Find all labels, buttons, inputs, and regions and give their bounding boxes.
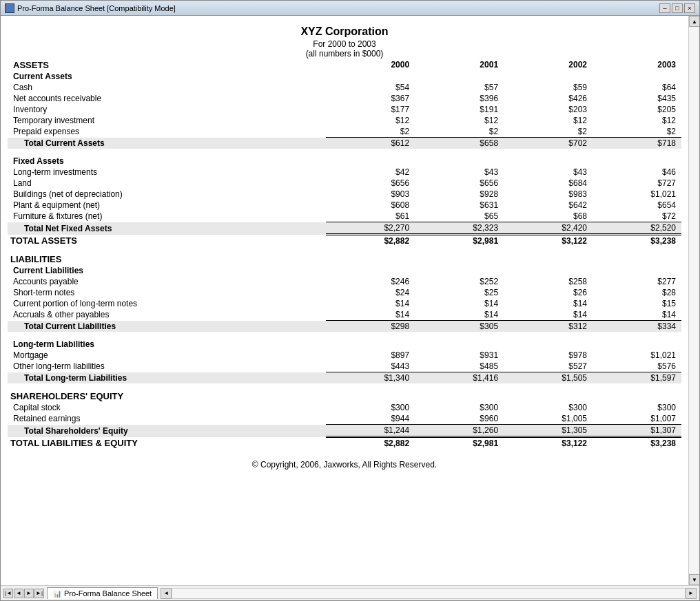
cash-label: Cash xyxy=(8,82,326,93)
total-ltl-label: Total Long-term Liabilities xyxy=(8,372,326,384)
horizontal-scrollbar[interactable] xyxy=(172,588,686,599)
plant-equipment-row: Plant & equipment (net) $608 $631 $642 $… xyxy=(8,200,681,211)
receivable-row: Net accounts receivable $367 $396 $426 $… xyxy=(8,93,681,104)
buildings-label: Buildings (net of depreciation) xyxy=(8,189,326,200)
short-term-notes-label: Short-term notes xyxy=(8,287,326,298)
year-2001-header: 2001 xyxy=(415,59,504,71)
total-cl-label: Total Current Liabilities xyxy=(8,321,326,333)
application-window: Pro-Forma Balance Sheet [Compatibility M… xyxy=(0,0,700,601)
total-le-2001: $2,981 xyxy=(415,437,504,450)
nav-last-button[interactable]: ►| xyxy=(34,589,44,598)
total-current-assets-label: Total Current Assets xyxy=(8,138,326,149)
oltl-2002: $527 xyxy=(504,361,593,372)
temp-investment-row: Temporary investment $12 $12 $12 $12 xyxy=(8,115,681,126)
short-term-notes-row: Short-term notes $24 $25 $26 $28 xyxy=(8,287,681,298)
long-term-investments-label: Long-term investments xyxy=(8,167,326,178)
company-title-row: XYZ Corporation xyxy=(8,23,681,39)
status-bar: |◄ ◄ ► ►| 📊 Pro-Forma Balance Sheet ◄ ► xyxy=(1,585,699,600)
acc-2000: $14 xyxy=(326,309,415,321)
company-title: XYZ Corporation xyxy=(8,23,681,39)
pe-2002: $642 xyxy=(504,200,593,211)
total-ca-2003: $718 xyxy=(593,138,681,149)
cp-2003: $15 xyxy=(593,298,681,309)
spacer-3 xyxy=(8,332,681,339)
spacer-4 xyxy=(8,383,681,390)
nav-prev-button[interactable]: ◄ xyxy=(14,589,23,598)
column-header-row: ASSETS 2000 2001 2002 2003 xyxy=(8,59,681,71)
current-assets-header-row: Current Assets xyxy=(8,71,681,82)
restore-button[interactable]: □ xyxy=(672,3,683,13)
period-row: For 2000 to 2003 xyxy=(8,39,681,49)
acc-2003: $14 xyxy=(593,309,681,321)
receivable-2002: $426 xyxy=(504,93,593,104)
total-assets-2000: $2,882 xyxy=(326,235,415,247)
current-liabilities-header: Current Liabilities xyxy=(8,265,326,276)
inventory-2001: $191 xyxy=(415,104,504,115)
cp-2001: $14 xyxy=(415,298,504,309)
total-fixed-assets-label: Total Net Fixed Assets xyxy=(8,222,326,235)
minimize-button[interactable]: – xyxy=(659,3,670,13)
cash-2002: $59 xyxy=(504,82,593,93)
lti-2000: $42 xyxy=(326,167,415,178)
prepaid-2001: $2 xyxy=(415,126,504,138)
capital-stock-label: Capital stock xyxy=(8,402,326,413)
scroll-track[interactable] xyxy=(689,27,699,574)
total-ca-2000: $612 xyxy=(326,138,415,149)
accruals-label: Accruals & other payables xyxy=(8,309,326,321)
spacer-2 xyxy=(8,246,681,253)
nav-first-button[interactable]: |◄ xyxy=(3,589,13,598)
total-ca-2001: $658 xyxy=(415,138,504,149)
land-2000: $656 xyxy=(326,178,415,189)
total-ltl-2000: $1,340 xyxy=(326,372,415,384)
receivable-label: Net accounts receivable xyxy=(8,93,326,104)
inventory-2000: $177 xyxy=(326,104,415,115)
furniture-label: Furniture & fixtures (net) xyxy=(8,211,326,222)
total-cl-2002: $312 xyxy=(504,321,593,333)
spreadsheet-area: XYZ Corporation For 2000 to 2003 (all nu… xyxy=(1,16,688,585)
long-term-liabilities-header: Long-term Liabilities xyxy=(8,339,326,350)
cash-row: Cash $54 $57 $59 $64 xyxy=(8,82,681,93)
total-eq-2000: $1,244 xyxy=(326,425,415,437)
copyright-text: © Copyright, 2006, Jaxworks, All Rights … xyxy=(8,449,681,481)
temp-investment-2001: $12 xyxy=(415,115,504,126)
buildings-2000: $903 xyxy=(326,189,415,200)
long-term-liabilities-header-row: Long-term Liabilities xyxy=(8,339,681,350)
spacer-1 xyxy=(8,149,681,156)
vertical-scrollbar[interactable]: ▲ ▼ xyxy=(688,16,699,585)
stn-2000: $24 xyxy=(326,287,415,298)
ap-2003: $277 xyxy=(593,276,681,287)
lti-2002: $43 xyxy=(504,167,593,178)
inventory-row: Inventory $177 $191 $203 $205 xyxy=(8,104,681,115)
buildings-2002: $983 xyxy=(504,189,593,200)
furniture-2000: $61 xyxy=(326,211,415,222)
accruals-row: Accruals & other payables $14 $14 $14 $1… xyxy=(8,309,681,321)
other-lt-liabilities-label: Other long-term liabilities xyxy=(8,361,326,372)
close-button[interactable]: × xyxy=(684,3,695,13)
inventory-2002: $203 xyxy=(504,104,593,115)
fixed-assets-header: Fixed Assets xyxy=(8,156,326,167)
nav-next-button[interactable]: ► xyxy=(24,589,34,598)
scroll-up-button[interactable]: ▲ xyxy=(689,16,699,27)
oltl-2000: $443 xyxy=(326,361,415,372)
total-fa-2001: $2,323 xyxy=(415,222,504,235)
total-ca-2002: $702 xyxy=(504,138,593,149)
mortgage-2000: $897 xyxy=(326,350,415,361)
cs-2003: $300 xyxy=(593,402,681,413)
accounts-payable-label: Accounts payable xyxy=(8,276,326,287)
land-label: Land xyxy=(8,178,326,189)
total-fa-2003: $2,520 xyxy=(593,222,681,235)
total-ltl-2001: $1,416 xyxy=(415,372,504,384)
buildings-row: Buildings (net of depreciation) $903 $92… xyxy=(8,189,681,200)
acc-2002: $14 xyxy=(504,309,593,321)
ap-2000: $246 xyxy=(326,276,415,287)
land-row: Land $656 $656 $684 $727 xyxy=(8,178,681,189)
re-2002: $1,005 xyxy=(504,413,593,425)
year-2002-header: 2002 xyxy=(504,59,593,71)
scroll-down-button[interactable]: ▼ xyxy=(689,574,699,585)
temp-investment-label: Temporary investment xyxy=(8,115,326,126)
sheet-tab[interactable]: 📊 Pro-Forma Balance Sheet xyxy=(47,587,158,599)
hscroll-right-button[interactable]: ► xyxy=(686,588,697,599)
temp-investment-2002: $12 xyxy=(504,115,593,126)
receivable-2000: $367 xyxy=(326,93,415,104)
hscroll-left-button[interactable]: ◄ xyxy=(161,588,172,599)
